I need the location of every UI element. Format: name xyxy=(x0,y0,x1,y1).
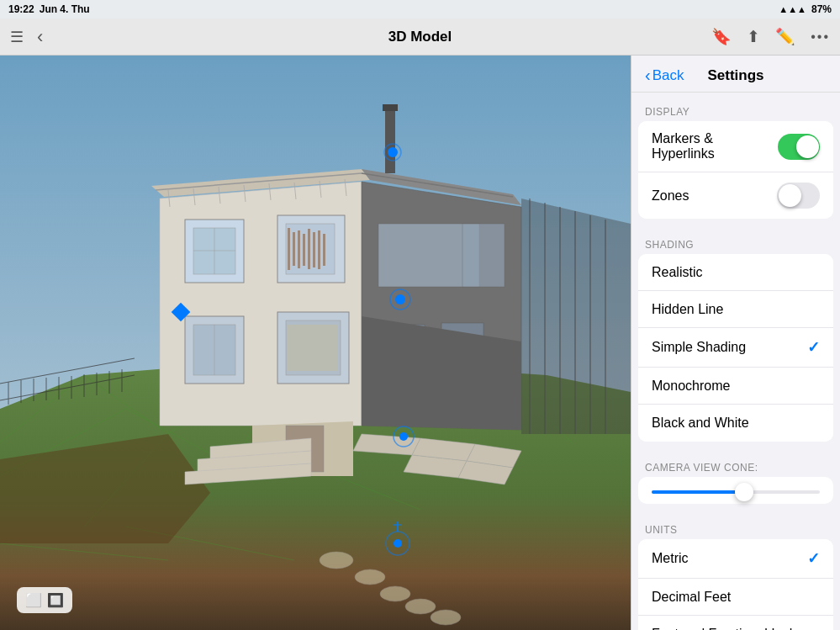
svg-rect-46 xyxy=(323,234,325,266)
svg-rect-41 xyxy=(298,230,300,268)
status-time: 19:22 xyxy=(8,3,34,15)
svg-point-95 xyxy=(395,294,405,304)
metric-checkmark: ✓ xyxy=(807,549,820,568)
monochrome-row[interactable]: Monochrome xyxy=(638,368,833,405)
svg-point-99 xyxy=(394,539,402,548)
svg-rect-52 xyxy=(288,325,338,371)
building-illustration xyxy=(0,56,631,630)
section-header-display: DISPLAY xyxy=(631,93,840,121)
decimal-feet-row[interactable]: Decimal Feet xyxy=(638,579,833,616)
metric-label: Metric xyxy=(652,551,689,566)
slider-fill xyxy=(652,490,744,494)
bookmark-icon[interactable]: 🔖 xyxy=(711,27,732,46)
svg-rect-22 xyxy=(383,104,398,111)
monochrome-label: Monochrome xyxy=(652,379,730,394)
svg-rect-54 xyxy=(462,224,505,287)
svg-rect-21 xyxy=(385,106,395,173)
back-button[interactable]: ‹ Back xyxy=(645,66,684,85)
shading-group: Realistic Hidden Line Simple Shading ✓ M… xyxy=(638,254,833,442)
back-icon[interactable]: ‹ xyxy=(37,26,43,48)
menu-icon[interactable]: ☰ xyxy=(10,28,24,46)
svg-point-92 xyxy=(388,147,398,157)
svg-point-71 xyxy=(405,599,436,614)
simple-shading-row[interactable]: Simple Shading ✓ xyxy=(638,328,833,368)
status-bar: 19:22 Jun 4. Thu ▲▲▲ 87% xyxy=(0,0,840,19)
realistic-row[interactable]: Realistic xyxy=(638,254,833,291)
settings-header: ‹ Back Settings xyxy=(631,56,840,93)
canvas-area[interactable]: ⬜ 🔲 xyxy=(0,56,631,630)
svg-rect-44 xyxy=(313,232,315,267)
simple-shading-label: Simple Shading xyxy=(652,340,746,355)
more-icon[interactable]: ••• xyxy=(811,29,830,45)
slider-track[interactable] xyxy=(652,490,820,494)
battery-label: 87% xyxy=(811,3,832,15)
zones-label: Zones xyxy=(652,188,689,204)
simple-shading-checkmark: ✓ xyxy=(807,338,820,357)
realistic-label: Realistic xyxy=(652,265,702,280)
section-header-camera: CAMERA VIEW CONE: xyxy=(631,448,840,477)
feet-fractional-row[interactable]: Feet and Fractional Inches xyxy=(638,616,833,630)
share-icon[interactable]: ⬆ xyxy=(747,27,760,46)
decimal-feet-label: Decimal Feet xyxy=(652,590,731,605)
svg-rect-43 xyxy=(308,229,310,269)
metric-row[interactable]: Metric ✓ xyxy=(638,539,833,579)
back-label: Back xyxy=(652,67,684,84)
section-header-shading: SHADING xyxy=(631,225,840,254)
units-group: Metric ✓ Decimal Feet Feet and Fractiona… xyxy=(638,539,833,630)
settings-panel: ‹ Back Settings DISPLAY Markers & Hyperl… xyxy=(631,56,840,630)
status-date: Jun 4. Thu xyxy=(40,3,90,15)
wifi-icon: ▲▲▲ xyxy=(779,4,806,14)
svg-rect-45 xyxy=(318,230,320,269)
svg-rect-40 xyxy=(293,232,295,266)
feet-fractional-label: Feet and Fractional Inches xyxy=(652,627,811,630)
toggle-thumb xyxy=(796,135,819,158)
svg-rect-39 xyxy=(288,228,290,270)
svg-marker-91 xyxy=(521,199,631,434)
bottom-tools: ⬜ 🔲 xyxy=(17,587,72,613)
svg-rect-42 xyxy=(303,234,305,266)
svg-point-69 xyxy=(355,569,385,585)
black-white-label: Black and White xyxy=(652,416,749,431)
toolbar: ☰ ‹ 3D Model 🔖 ⬆ ✏️ ••• xyxy=(0,19,840,56)
svg-point-68 xyxy=(320,552,353,569)
black-white-row[interactable]: Black and White xyxy=(638,405,833,442)
display-group: Markers & Hyperlinks Zones xyxy=(638,121,833,219)
slider-thumb[interactable] xyxy=(735,483,753,501)
zones-toggle[interactable] xyxy=(777,183,820,209)
markers-toggle[interactable] xyxy=(778,134,820,160)
svg-point-70 xyxy=(380,586,410,601)
page-title: 3D Model xyxy=(388,29,452,45)
markers-label: Markers & Hyperlinks xyxy=(652,131,778,161)
section-header-units: UNITS xyxy=(631,511,840,539)
back-chevron-icon: ‹ xyxy=(645,66,651,85)
settings-title: Settings xyxy=(707,67,763,84)
pencil-icon[interactable]: ✏️ xyxy=(775,27,795,46)
svg-point-97 xyxy=(399,432,408,441)
svg-point-72 xyxy=(431,610,461,625)
tool-display-icon[interactable]: ⬜ xyxy=(25,592,42,608)
markers-hyperlinks-row[interactable]: Markers & Hyperlinks xyxy=(638,121,833,172)
hidden-line-row[interactable]: Hidden Line xyxy=(638,291,833,328)
camera-cone-slider-container xyxy=(638,477,833,504)
toggle-thumb-zones xyxy=(779,184,801,207)
hidden-line-label: Hidden Line xyxy=(652,302,723,317)
tool-view-icon[interactable]: 🔲 xyxy=(47,592,64,608)
zones-row[interactable]: Zones xyxy=(638,172,833,219)
